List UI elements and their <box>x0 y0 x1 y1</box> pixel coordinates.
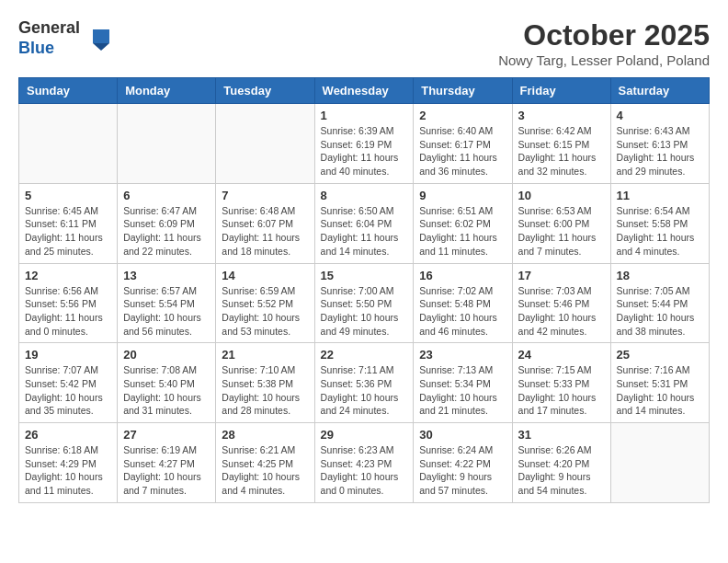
day-info: Sunrise: 7:10 AM Sunset: 5:38 PM Dayligh… <box>222 363 308 418</box>
day-number: 3 <box>518 109 605 122</box>
calendar-cell: 28Sunrise: 6:21 AM Sunset: 4:25 PM Dayli… <box>216 423 314 503</box>
calendar-cell: 29Sunrise: 6:23 AM Sunset: 4:23 PM Dayli… <box>314 423 414 503</box>
day-info: Sunrise: 7:07 AM Sunset: 5:42 PM Dayligh… <box>25 363 111 418</box>
day-number: 11 <box>617 189 703 202</box>
calendar-cell: 30Sunrise: 6:24 AM Sunset: 4:22 PM Dayli… <box>414 423 512 503</box>
day-info: Sunrise: 6:54 AM Sunset: 5:58 PM Dayligh… <box>617 204 703 259</box>
calendar-cell: 2Sunrise: 6:40 AM Sunset: 6:17 PM Daylig… <box>414 104 512 184</box>
calendar-cell: 13Sunrise: 6:57 AM Sunset: 5:54 PM Dayli… <box>118 263 216 343</box>
svg-marker-0 <box>93 29 109 43</box>
calendar-cell: 8Sunrise: 6:50 AM Sunset: 6:04 PM Daylig… <box>314 183 414 263</box>
day-number: 13 <box>123 269 210 282</box>
calendar-cell: 1Sunrise: 6:39 AM Sunset: 6:19 PM Daylig… <box>314 104 414 184</box>
calendar-cell: 27Sunrise: 6:19 AM Sunset: 4:27 PM Dayli… <box>118 423 216 503</box>
calendar-week-row: 12Sunrise: 6:56 AM Sunset: 5:56 PM Dayli… <box>19 263 710 343</box>
day-info: Sunrise: 6:21 AM Sunset: 4:25 PM Dayligh… <box>222 443 308 498</box>
day-number: 23 <box>419 348 506 362</box>
calendar-cell: 24Sunrise: 7:15 AM Sunset: 5:33 PM Dayli… <box>512 343 610 423</box>
calendar-week-row: 5Sunrise: 6:45 AM Sunset: 6:11 PM Daylig… <box>19 183 710 263</box>
day-number: 20 <box>123 348 210 362</box>
day-number: 5 <box>25 189 111 202</box>
col-header-friday: Friday <box>512 78 610 104</box>
calendar-cell: 31Sunrise: 6:26 AM Sunset: 4:20 PM Dayli… <box>512 423 610 503</box>
day-number: 16 <box>419 269 506 282</box>
day-info: Sunrise: 6:39 AM Sunset: 6:19 PM Dayligh… <box>321 124 408 178</box>
day-info: Sunrise: 7:13 AM Sunset: 5:34 PM Dayligh… <box>419 363 506 418</box>
title-area: October 2025 Nowy Targ, Lesser Poland, P… <box>498 18 710 68</box>
day-info: Sunrise: 6:47 AM Sunset: 6:09 PM Dayligh… <box>123 204 210 259</box>
day-number: 17 <box>518 269 605 282</box>
calendar-cell: 9Sunrise: 6:51 AM Sunset: 6:02 PM Daylig… <box>414 183 512 263</box>
day-info: Sunrise: 6:19 AM Sunset: 4:27 PM Dayligh… <box>123 443 210 498</box>
logo-general: General <box>18 18 80 39</box>
day-info: Sunrise: 7:15 AM Sunset: 5:33 PM Dayligh… <box>518 363 605 418</box>
day-info: Sunrise: 6:57 AM Sunset: 5:54 PM Dayligh… <box>123 284 210 339</box>
calendar-cell: 14Sunrise: 6:59 AM Sunset: 5:52 PM Dayli… <box>216 263 314 343</box>
day-info: Sunrise: 6:18 AM Sunset: 4:29 PM Dayligh… <box>25 443 111 498</box>
day-info: Sunrise: 7:03 AM Sunset: 5:46 PM Dayligh… <box>518 284 605 339</box>
calendar-cell: 19Sunrise: 7:07 AM Sunset: 5:42 PM Dayli… <box>19 343 118 423</box>
day-info: Sunrise: 7:08 AM Sunset: 5:40 PM Dayligh… <box>123 363 210 418</box>
day-number: 15 <box>321 269 408 282</box>
day-info: Sunrise: 6:42 AM Sunset: 6:15 PM Dayligh… <box>518 124 605 178</box>
logo-blue: Blue <box>18 39 80 59</box>
day-number: 9 <box>419 189 506 202</box>
calendar-cell: 4Sunrise: 6:43 AM Sunset: 6:13 PM Daylig… <box>610 104 709 184</box>
calendar-week-row: 19Sunrise: 7:07 AM Sunset: 5:42 PM Dayli… <box>19 343 710 423</box>
calendar-cell: 20Sunrise: 7:08 AM Sunset: 5:40 PM Dayli… <box>118 343 216 423</box>
calendar-cell: 25Sunrise: 7:16 AM Sunset: 5:31 PM Dayli… <box>610 343 709 423</box>
day-info: Sunrise: 6:40 AM Sunset: 6:17 PM Dayligh… <box>419 124 506 178</box>
calendar-cell <box>118 104 216 184</box>
calendar-cell: 26Sunrise: 6:18 AM Sunset: 4:29 PM Dayli… <box>19 423 118 503</box>
calendar-cell: 18Sunrise: 7:05 AM Sunset: 5:44 PM Dayli… <box>610 263 709 343</box>
day-info: Sunrise: 6:59 AM Sunset: 5:52 PM Dayligh… <box>222 284 308 339</box>
calendar-table: SundayMondayTuesdayWednesdayThursdayFrid… <box>18 77 710 503</box>
day-number: 4 <box>617 109 703 122</box>
day-info: Sunrise: 6:24 AM Sunset: 4:22 PM Dayligh… <box>419 443 506 498</box>
day-info: Sunrise: 7:02 AM Sunset: 5:48 PM Dayligh… <box>419 284 506 339</box>
month-title: October 2025 <box>498 18 710 52</box>
day-number: 29 <box>321 428 408 442</box>
day-info: Sunrise: 6:53 AM Sunset: 6:00 PM Dayligh… <box>518 204 605 259</box>
day-number: 14 <box>222 269 308 282</box>
day-info: Sunrise: 7:16 AM Sunset: 5:31 PM Dayligh… <box>617 363 703 418</box>
logo-text: General Blue <box>18 18 80 58</box>
calendar-cell: 7Sunrise: 6:48 AM Sunset: 6:07 PM Daylig… <box>216 183 314 263</box>
day-info: Sunrise: 6:45 AM Sunset: 6:11 PM Dayligh… <box>25 204 111 259</box>
day-number: 28 <box>222 428 308 442</box>
day-info: Sunrise: 6:23 AM Sunset: 4:23 PM Dayligh… <box>321 443 408 498</box>
calendar-cell <box>610 423 709 503</box>
svg-marker-1 <box>93 43 109 51</box>
calendar-cell: 17Sunrise: 7:03 AM Sunset: 5:46 PM Dayli… <box>512 263 610 343</box>
col-header-sunday: Sunday <box>19 78 118 104</box>
day-number: 31 <box>518 428 605 442</box>
calendar-header-row: SundayMondayTuesdayWednesdayThursdayFrid… <box>19 78 710 104</box>
logo-icon <box>84 25 111 52</box>
col-header-tuesday: Tuesday <box>216 78 314 104</box>
day-number: 6 <box>123 189 210 202</box>
day-number: 7 <box>222 189 308 202</box>
day-info: Sunrise: 6:48 AM Sunset: 6:07 PM Dayligh… <box>222 204 308 259</box>
calendar-week-row: 1Sunrise: 6:39 AM Sunset: 6:19 PM Daylig… <box>19 104 710 184</box>
col-header-thursday: Thursday <box>414 78 512 104</box>
calendar-cell: 10Sunrise: 6:53 AM Sunset: 6:00 PM Dayli… <box>512 183 610 263</box>
day-number: 2 <box>419 109 506 122</box>
day-number: 24 <box>518 348 605 362</box>
day-info: Sunrise: 6:51 AM Sunset: 6:02 PM Dayligh… <box>419 204 506 259</box>
calendar-cell: 16Sunrise: 7:02 AM Sunset: 5:48 PM Dayli… <box>414 263 512 343</box>
day-info: Sunrise: 7:00 AM Sunset: 5:50 PM Dayligh… <box>321 284 408 339</box>
day-info: Sunrise: 7:05 AM Sunset: 5:44 PM Dayligh… <box>617 284 703 339</box>
col-header-saturday: Saturday <box>610 78 709 104</box>
day-info: Sunrise: 6:50 AM Sunset: 6:04 PM Dayligh… <box>321 204 408 259</box>
calendar-cell: 11Sunrise: 6:54 AM Sunset: 5:58 PM Dayli… <box>610 183 709 263</box>
calendar-cell: 15Sunrise: 7:00 AM Sunset: 5:50 PM Dayli… <box>314 263 414 343</box>
logo: General Blue <box>18 18 111 58</box>
day-number: 19 <box>25 348 111 362</box>
day-number: 27 <box>123 428 210 442</box>
col-header-monday: Monday <box>118 78 216 104</box>
calendar-cell: 23Sunrise: 7:13 AM Sunset: 5:34 PM Dayli… <box>414 343 512 423</box>
calendar-cell: 12Sunrise: 6:56 AM Sunset: 5:56 PM Dayli… <box>19 263 118 343</box>
day-number: 22 <box>321 348 408 362</box>
day-number: 12 <box>25 269 111 282</box>
calendar-cell: 22Sunrise: 7:11 AM Sunset: 5:36 PM Dayli… <box>314 343 414 423</box>
